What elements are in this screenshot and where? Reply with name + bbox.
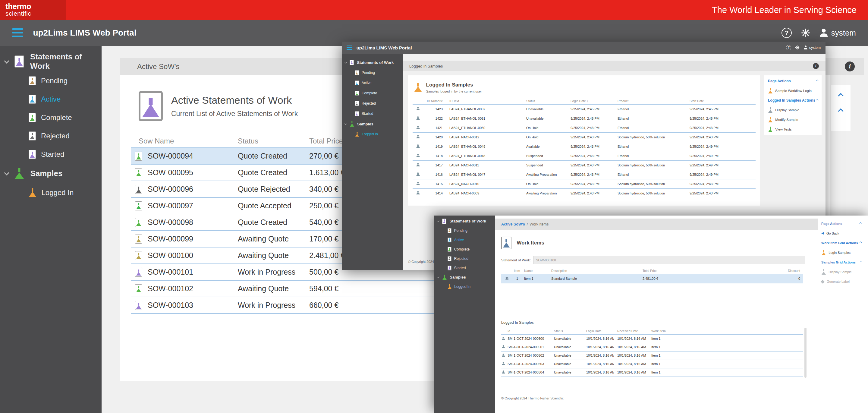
col-login-date-sorted[interactable]: Login Date — [567, 98, 614, 104]
sidebar-item-complete[interactable]: Complete — [434, 244, 495, 254]
sample-row[interactable]: SM-1-OCT-2024-000503 Unavailable 10/1/20… — [501, 360, 803, 368]
menu-icon[interactable] — [12, 28, 23, 37]
sidebar-group-statements-of-work[interactable]: Statements of Work — [434, 216, 495, 226]
col-id[interactable]: Id — [507, 328, 550, 334]
col-total-price[interactable]: Total Price — [639, 267, 730, 274]
eye-icon[interactable] — [505, 277, 509, 280]
sidebar-item-started[interactable]: Started — [434, 263, 495, 272]
grid-actions-header[interactable]: Logged In Samples Actions — [764, 95, 822, 105]
col-status[interactable]: Status — [237, 135, 309, 148]
col-status[interactable]: Status — [550, 328, 583, 334]
col-id-numeric[interactable]: ID Numeric — [423, 98, 446, 104]
sidebar-item-logged-in[interactable]: Logged In — [342, 129, 403, 139]
page-actions-header[interactable]: Page Actions — [818, 219, 864, 229]
sidebar-group-samples[interactable]: Samples — [342, 119, 403, 129]
sidebar-item-pending[interactable]: Pending — [342, 67, 403, 78]
col-description[interactable]: Description — [548, 267, 639, 274]
user-menu[interactable]: system — [804, 46, 821, 50]
col-id-text[interactable]: ID Text — [446, 98, 523, 104]
start-date-cell: 9/25/2024, 2:49 PM — [686, 160, 755, 170]
sidebar-item-active[interactable]: Active — [0, 90, 101, 108]
collapse-chevron-icon[interactable] — [838, 108, 844, 114]
sample-row[interactable]: 1415 LAB24_NAOH-0010 On Hold 9/25/2024, … — [412, 179, 755, 188]
action-display-sample[interactable]: Display Sample — [764, 105, 822, 115]
settings-gear-icon[interactable] — [795, 45, 800, 50]
action-login-samples[interactable]: Login Samples — [818, 248, 864, 258]
sidebar-item-rejected[interactable]: Rejected — [434, 254, 495, 263]
sidebar-item-active[interactable]: Active — [342, 78, 403, 88]
sample-row[interactable]: 1416 LAB24_ETHANOL-0047 Awaiting Prepara… — [412, 170, 755, 179]
samples-grid-actions-header[interactable]: Samples Grid Actions — [818, 258, 864, 267]
menu-icon[interactable] — [347, 46, 352, 50]
sidebar-group-statements-of-work[interactable]: Statements of Work — [0, 52, 101, 71]
action-modify-sample[interactable]: Modify Sample — [764, 115, 822, 124]
sample-row[interactable]: 1417 LAB24_NAOH-0011 Suspended 9/25/2024… — [412, 160, 755, 170]
sample-row[interactable]: SM-1-OCT-2024-000504 Unavailable 10/1/20… — [501, 368, 803, 377]
sidebar-group-statements-of-work[interactable]: Statements of Work — [342, 57, 403, 67]
sow-name-cell: SOW-000097 — [131, 198, 237, 214]
sidebar-group-samples[interactable]: Samples — [434, 272, 495, 282]
sample-row[interactable]: 1423 LAB24_ETHANOL-0052 Unavailable 9/25… — [412, 104, 755, 114]
col-start-date[interactable]: Start Date — [686, 98, 755, 104]
statement-of-work-field-row: Statement of Work: — [501, 256, 805, 264]
user-menu[interactable]: system — [819, 28, 856, 38]
logo-text-scientific: scientific — [5, 10, 66, 17]
sidebar-item-active[interactable]: Active — [434, 235, 495, 244]
action-view-tests[interactable]: View Tests — [764, 124, 822, 134]
sample-row[interactable]: SM-1-OCT-2024-000500 Unavailable 10/1/20… — [501, 334, 803, 343]
sample-row[interactable]: 1414 LAB24_NAOH-0009 Awaiting Preparatio… — [412, 188, 755, 198]
sidebar-item-pending[interactable]: Pending — [434, 226, 495, 235]
sample-row[interactable]: 1420 LAB24_NAOH-0012 On Hold 9/25/2024, … — [412, 132, 755, 142]
breadcrumb-parent-link[interactable]: Active SoW's — [501, 222, 525, 227]
sidebar-item-logged-in[interactable]: Logged In — [434, 282, 495, 291]
help-icon[interactable] — [786, 45, 791, 50]
col-icon — [412, 98, 423, 104]
sidebar-item-logged-in[interactable]: Logged In — [0, 183, 101, 202]
sample-row[interactable]: 1418 LAB24_ETHANOL-0048 Suspended 9/25/2… — [412, 151, 755, 160]
brand-banner: thermo scientific The World Leader in Se… — [0, 0, 868, 20]
sample-row[interactable]: 1421 LAB24_ETHANOL-0050 On Hold 9/25/202… — [412, 123, 755, 132]
sample-row[interactable]: SM-1-OCT-2024-000501 Unavailable 10/1/20… — [501, 343, 803, 351]
sample-row[interactable]: 1419 LAB24_ETHANOL-0049 Available 9/25/2… — [412, 142, 755, 151]
sidebar-item-started[interactable]: Started — [342, 109, 403, 119]
statement-of-work-input[interactable] — [533, 256, 805, 264]
col-name[interactable]: Name — [521, 267, 548, 274]
description-cell: Standard Sample — [548, 274, 639, 283]
page-actions-header[interactable]: Page Actions — [764, 76, 822, 86]
action-display-sample[interactable]: Display Sample — [818, 267, 864, 277]
sidebar-item-label: Rejected — [454, 257, 468, 261]
action-sample-workflow-login[interactable]: Sample Workflow Login — [764, 86, 822, 95]
col-login-date[interactable]: Login Date — [583, 328, 614, 334]
help-icon[interactable] — [781, 28, 792, 38]
status-cell: Awaiting Preparation — [523, 170, 567, 179]
info-icon[interactable] — [813, 63, 819, 69]
col-product[interactable]: Product — [614, 98, 686, 104]
info-icon[interactable] — [845, 61, 855, 71]
sow-doc-icon — [135, 185, 142, 194]
col-item[interactable]: Item — [510, 267, 521, 274]
col-sow-name[interactable]: Sow Name — [131, 135, 237, 148]
col-work-item[interactable]: Work Item — [648, 328, 803, 334]
work-item-row[interactable]: 1 Item 1 Standard Sample 2.481,00 € 0 — [501, 274, 803, 283]
sidebar-item-rejected[interactable]: Rejected — [0, 127, 101, 145]
rejected-icon — [29, 131, 36, 141]
sidebar-item-started[interactable]: Started — [0, 145, 101, 164]
sidebar-item-complete[interactable]: Complete — [342, 88, 403, 98]
sample-row[interactable]: SM-1-OCT-2024-000502 Unavailable 10/1/20… — [501, 351, 803, 360]
sidebar-item-pending[interactable]: Pending — [0, 71, 101, 90]
col-discount[interactable]: Discount — [730, 267, 803, 274]
settings-gear-icon[interactable] — [801, 28, 810, 38]
sidebar-item-label: Rejected — [362, 101, 376, 106]
sample-row[interactable]: 1422 LAB24_ETHANOL-0051 Unavailable 9/25… — [412, 114, 755, 123]
action-generate-label[interactable]: Generate Label — [818, 277, 864, 286]
col-received-date[interactable]: Received Date — [614, 328, 648, 334]
id-text-cell: LAB24_NAOH-0012 — [446, 132, 523, 142]
sidebar-item-rejected[interactable]: Rejected — [342, 98, 403, 109]
work-item-grid-actions-header[interactable]: Work Item Grid Actions — [818, 238, 864, 248]
grid-scrollbar[interactable] — [804, 328, 807, 378]
col-status[interactable]: Status — [523, 98, 567, 104]
action-go-back[interactable]: Go Back — [818, 229, 864, 238]
collapse-chevron-icon[interactable] — [838, 93, 844, 98]
sidebar-group-samples[interactable]: Samples — [0, 164, 101, 183]
sidebar-item-complete[interactable]: Complete — [0, 108, 101, 127]
